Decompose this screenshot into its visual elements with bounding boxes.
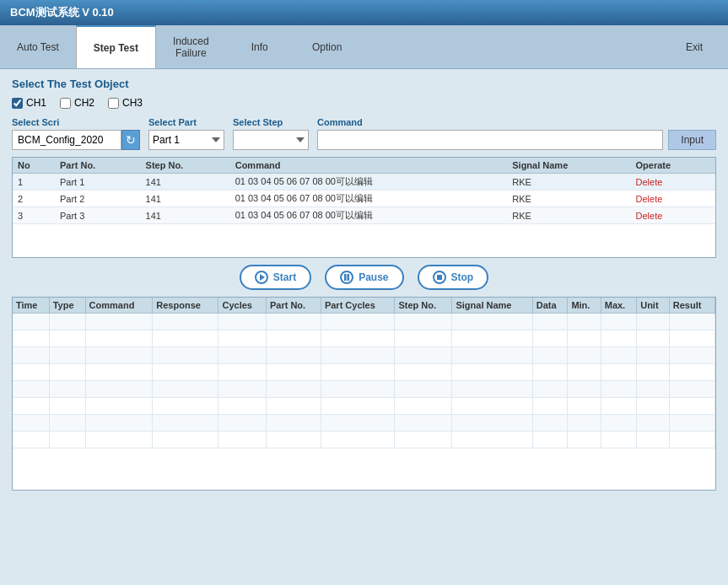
result-table-container: Time Type Command Response Cycles Part N… bbox=[12, 297, 716, 491]
nav-exit[interactable]: Exit bbox=[661, 25, 728, 68]
nav-option[interactable]: Option bbox=[294, 25, 361, 68]
table-row bbox=[13, 415, 715, 432]
pause-button[interactable]: Pause bbox=[325, 265, 403, 290]
cell-part-no: Part 1 bbox=[55, 174, 141, 191]
part-group: Select Part Part 1 Part 2 Part 3 bbox=[148, 117, 224, 150]
svg-rect-6 bbox=[437, 275, 442, 280]
ch1-label: CH1 bbox=[26, 97, 46, 109]
table-row: 2 Part 2 141 01 03 04 05 06 07 08 00可以编辑… bbox=[13, 191, 715, 207]
action-buttons: Start Pause Stop bbox=[12, 265, 716, 290]
cell-operate: Delete bbox=[631, 191, 715, 207]
part-select[interactable]: Part 1 Part 2 Part 3 bbox=[148, 130, 224, 150]
title-bar: BCM测试系统 V 0.10 bbox=[0, 0, 728, 25]
nav-spacer bbox=[361, 25, 661, 68]
rcol-min: Min. bbox=[568, 298, 601, 314]
nav-induced-failure[interactable]: InducedFailure bbox=[156, 25, 226, 68]
svg-rect-4 bbox=[348, 274, 350, 281]
command-group: Command Input bbox=[317, 117, 716, 150]
cell-command: 01 03 04 05 06 07 08 00可以编辑 bbox=[230, 174, 508, 191]
col-step-no: Step No. bbox=[141, 158, 230, 174]
scri-input-wrap: ↻ bbox=[12, 130, 140, 150]
cell-signal-name: RKE bbox=[507, 207, 630, 224]
rcol-type: Type bbox=[49, 298, 85, 314]
rcol-max: Max. bbox=[601, 298, 636, 314]
rcol-part-cycles: Part Cycles bbox=[321, 298, 395, 314]
cell-part-no: Part 2 bbox=[55, 191, 141, 207]
main-content: Select The Test Object CH1 CH2 CH3 Selec… bbox=[0, 69, 728, 585]
table-row bbox=[13, 432, 715, 448]
scri-group: Select Scri ↻ bbox=[12, 117, 140, 150]
nav-step-test[interactable]: Step Test bbox=[76, 25, 156, 68]
svg-rect-3 bbox=[344, 274, 347, 281]
cell-part-no: Part 3 bbox=[55, 207, 141, 224]
refresh-button[interactable]: ↻ bbox=[121, 130, 140, 150]
table-row bbox=[13, 398, 715, 415]
ch2-checkbox[interactable] bbox=[60, 98, 71, 109]
ch3-checkbox[interactable] bbox=[108, 98, 119, 109]
cell-no: 3 bbox=[13, 207, 55, 224]
scri-label: Select Scri bbox=[12, 117, 140, 127]
col-no: No bbox=[13, 158, 55, 174]
cell-step-no: 141 bbox=[141, 191, 230, 207]
table-row bbox=[13, 314, 715, 330]
stop-icon bbox=[433, 271, 446, 284]
part-label: Select Part bbox=[148, 117, 224, 127]
section-title: Select The Test Object bbox=[12, 78, 716, 90]
channel-item-ch2: CH2 bbox=[60, 97, 94, 109]
ch1-checkbox[interactable] bbox=[12, 98, 23, 109]
stop-button[interactable]: Stop bbox=[418, 265, 489, 290]
start-icon bbox=[255, 271, 268, 284]
delete-link[interactable]: Delete bbox=[636, 194, 663, 204]
rcol-response: Response bbox=[153, 298, 218, 314]
input-button[interactable]: Input bbox=[668, 130, 716, 150]
scri-input[interactable] bbox=[12, 130, 121, 150]
cell-command: 01 03 04 05 06 07 08 00可以编辑 bbox=[230, 191, 508, 207]
delete-link[interactable]: Delete bbox=[636, 211, 663, 221]
table-row bbox=[13, 364, 715, 381]
cell-no: 1 bbox=[13, 174, 55, 191]
step-select[interactable] bbox=[233, 130, 309, 150]
cell-operate: Delete bbox=[631, 174, 715, 191]
col-signal-name: Signal Name bbox=[507, 158, 630, 174]
command-label: Command bbox=[317, 117, 716, 127]
command-input-row: Input bbox=[317, 130, 716, 150]
rcol-time: Time bbox=[13, 298, 49, 314]
start-button[interactable]: Start bbox=[240, 265, 311, 290]
rcol-step-no: Step No. bbox=[395, 298, 452, 314]
controls-row: Select Scri ↻ Select Part Part 1 Part 2 … bbox=[12, 117, 716, 150]
table-row: 1 Part 1 141 01 03 04 05 06 07 08 00可以编辑… bbox=[13, 174, 715, 191]
svg-marker-1 bbox=[260, 274, 265, 281]
cell-no: 2 bbox=[13, 191, 55, 207]
main-table: No Part No. Step No. Command Signal Name… bbox=[13, 158, 715, 224]
table-row: 3 Part 3 141 01 03 04 05 06 07 08 00可以编辑… bbox=[13, 207, 715, 224]
step-label: Select Step bbox=[233, 117, 309, 127]
ch3-label: CH3 bbox=[122, 97, 143, 109]
rcol-part-no: Part No. bbox=[266, 298, 321, 314]
command-input[interactable] bbox=[317, 130, 663, 150]
cell-step-no: 141 bbox=[141, 207, 230, 224]
col-command: Command bbox=[230, 158, 508, 174]
cell-operate: Delete bbox=[631, 207, 715, 224]
rcol-data: Data bbox=[532, 298, 568, 314]
step-group: Select Step bbox=[233, 117, 309, 150]
channel-item-ch1: CH1 bbox=[12, 97, 46, 109]
svg-point-2 bbox=[341, 271, 353, 283]
rcol-command: Command bbox=[85, 298, 153, 314]
nav-auto-test[interactable]: Auto Test bbox=[0, 25, 76, 68]
rcol-result: Result bbox=[669, 298, 715, 314]
nav-info[interactable]: Info bbox=[226, 25, 294, 68]
rcol-cycles: Cycles bbox=[218, 298, 266, 314]
app-title: BCM测试系统 V 0.10 bbox=[10, 5, 114, 20]
cell-signal-name: RKE bbox=[507, 191, 630, 207]
nav-bar: Auto Test Step Test InducedFailure Info … bbox=[0, 25, 728, 69]
delete-link[interactable]: Delete bbox=[636, 177, 663, 187]
result-table: Time Type Command Response Cycles Part N… bbox=[13, 298, 715, 448]
col-part-no: Part No. bbox=[55, 158, 141, 174]
table-row bbox=[13, 381, 715, 398]
table-row bbox=[13, 347, 715, 364]
main-table-container: No Part No. Step No. Command Signal Name… bbox=[12, 157, 716, 258]
cell-command: 01 03 04 05 06 07 08 00可以编辑 bbox=[230, 207, 508, 224]
ch2-label: CH2 bbox=[74, 97, 94, 109]
rcol-unit: Unit bbox=[637, 298, 670, 314]
channel-row: CH1 CH2 CH3 bbox=[12, 97, 716, 109]
